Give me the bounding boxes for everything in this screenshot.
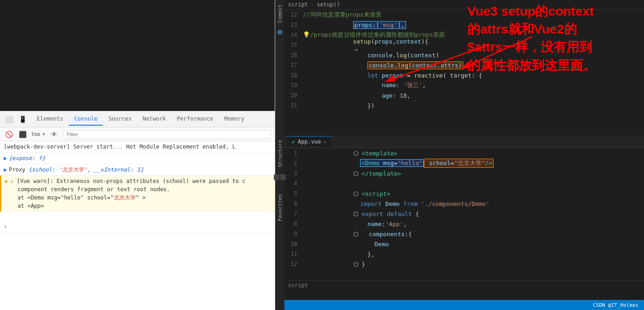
line-number: 3 [284,170,303,177]
line-number: 20 [284,92,303,99]
line-number: 9 [284,231,303,237]
line-number: 5 [284,190,303,197]
editor-main: script › setup() 12 //同样也是需要props来接受 13 … [284,0,644,310]
line-number: 12 [284,261,303,267]
close-icon[interactable]: ✕ [324,139,327,144]
breadcrumb-script-bottom: script [288,282,308,288]
line-number: 17 [284,62,303,68]
clear-console-icon[interactable]: 🚫 [4,129,14,139]
line-number: 7 [284,210,303,217]
devtools-tab-bar: ⬜ 📱 Elements Console Sources Network Per… [0,111,275,127]
console-warn-line: ▶ ⚠ [Vue warn]: Extraneous non-props att… [0,176,275,212]
expand-arrow[interactable]: ▶ [4,166,7,174]
line-number: 13 [284,22,303,28]
inspect-icon[interactable]: ⬜ [4,114,14,124]
code-lines-bottom: 1 ⬡ <template> 2 <Demo msg="hello" schoo… [284,148,644,269]
bottom-breadcrumb: script [284,280,644,290]
breadcrumb-setup: setup() [317,1,340,8]
filter-input[interactable] [63,130,272,138]
commit-label[interactable]: Commit [277,5,283,23]
console-line: ▶ {expose: f} [0,153,275,164]
tab-network[interactable]: Network [137,113,172,126]
console-prompt: › [4,222,7,231]
line-number: 2 [284,160,303,166]
demo-vue-editor: script › setup() 12 //同样也是需要props来接受 13 … [284,0,644,135]
console-text: Proxy {school: '北京大学', __vInternal: 1} [9,166,271,174]
context-label: top [31,131,40,137]
commit-icon[interactable]: ⚙ [278,28,282,36]
tab-performance[interactable]: Performance [172,113,219,126]
line-number: 16 [284,52,303,58]
code-line: 21 }) [284,100,644,111]
editor-panel: Commit ⚙ Structure ⬛⬛ Favorites script ›… [275,0,644,310]
structure-label[interactable]: Structure [277,140,283,167]
line-number: 8 [284,221,303,227]
devtools-icon-buttons: ⬜ 📱 [4,114,28,124]
context-selector[interactable]: top ▾ [31,131,45,137]
console-empty [0,212,275,221]
favorites-label[interactable]: Favorites [277,194,283,221]
line-number: 11 [284,251,303,257]
tab-sources[interactable]: Sources [103,113,137,126]
console-filter-icon[interactable]: ⬛ [17,129,28,139]
context-arrow: ▾ [42,131,45,137]
line-number: 10 [284,241,303,247]
code-line: 3 ⬡ </template> [284,168,644,178]
console-toolbar: 🚫 ⬛ top ▾ 👁 [0,127,275,141]
code-lines-top: 12 //同样也是需要props来接受 13 props:['msg'], 14… [284,10,644,111]
app-vue-tab-label: App.vue [298,138,321,145]
line-number: 12 [284,11,303,18]
tab-elements[interactable]: Elements [31,113,69,126]
console-output: [webpack-dev-server] Server start... Hot… [0,141,275,310]
status-bar: CSDN @IT_Holmes [284,300,644,310]
console-text: {expose: f} [9,154,271,162]
device-icon[interactable]: 📱 [17,114,28,124]
console-text: [webpack-dev-server] Server start... Hot… [4,143,271,151]
tab-memory[interactable]: Memory [219,113,250,126]
line-number: 14 [284,32,303,38]
structure-icon: ⬛⬛ [273,174,286,180]
code-line: 13 props:['msg'], [284,20,644,30]
line-content: }) [303,95,635,116]
app-vue-tab[interactable]: ✔ App.vue ✕ [286,136,333,147]
line-number: 18 [284,72,303,78]
file-tabs-bar: ✔ App.vue ✕ [284,135,644,148]
line-number: 19 [284,82,303,89]
expand-arrow[interactable]: ▶ [5,177,8,185]
app-vue-editor: 1 ⬡ <template> 2 <Demo msg="hello" schoo… [284,148,644,300]
line-number: 15 [284,42,303,48]
code-line: 12 ⬡ } [284,259,644,269]
breadcrumb-sep: › [311,1,314,8]
line-number: 21 [284,102,303,109]
vue-icon: ✔ [292,138,295,145]
commit-sidebar: Commit ⚙ [275,0,284,135]
breadcrumb: script › setup() [284,0,644,10]
console-text: ⚠ [Vue warn]: Extraneous non-props attri… [10,177,271,210]
breadcrumb-script: script [288,1,308,8]
line-number: 1 [284,150,303,156]
line-number: 6 [284,200,303,207]
expand-arrow[interactable]: ▶ [4,154,7,162]
line-content: ⬡ } [303,254,635,275]
status-text: CSDN @IT_Holmes [593,302,638,308]
devtools-panel: ⬜ 📱 Elements Console Sources Network Per… [0,0,275,310]
console-line: [webpack-dev-server] Server start... Hot… [0,141,275,153]
console-prompt-line: › [0,221,275,232]
devtools-top-code [0,0,275,111]
eye-icon[interactable]: 👁 [49,129,59,139]
line-number: 4 [284,180,303,187]
tab-console[interactable]: Console [69,113,103,126]
structure-sidebar: Structure ⬛⬛ Favorites [275,135,284,310]
console-line: ▶ Proxy {school: '北京大学', __vInternal: 1} [0,164,275,176]
highlight-props: props:['msg'], [353,21,406,29]
